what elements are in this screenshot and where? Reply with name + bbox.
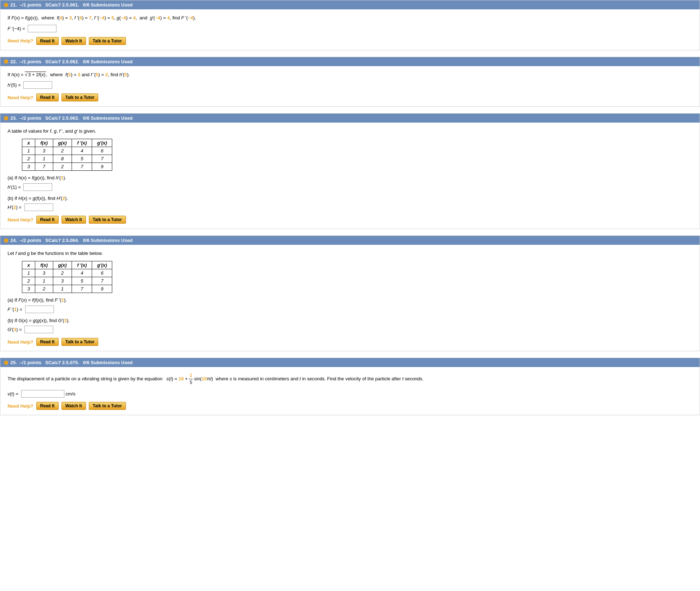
watch-it-button-21[interactable]: Watch It [62,37,86,45]
question-25-text: The displacement of a particle on a vibr… [8,372,692,386]
need-help-label-25: Need Help? [8,403,33,409]
question-21-need-help: Need Help? Read It Watch It Talk to a Tu… [8,37,692,45]
question-25-header: 25. –/1 points SCalc7 2.5.075. 0/6 Submi… [0,358,700,367]
bullet-icon-23 [4,116,8,120]
col-fpx: f ′(x) [72,139,92,147]
read-it-button-22[interactable]: Read It [36,93,59,101]
table-row: 32179 [22,285,112,293]
question-22-body: If h(x) = √3 + 2f(x), where f(5) = 3 and… [0,66,700,107]
need-help-label-23: Need Help? [8,217,33,223]
question-22-header: 22. –/1 points SCalc7 2.5.062. 0/6 Submi… [0,57,700,66]
talk-to-tutor-button-24[interactable]: Talk to a Tutor [62,338,99,346]
question-23-header-text: 23. –/2 points SCalc7 2.5.063. 0/6 Submi… [10,115,133,121]
talk-to-tutor-button-22[interactable]: Talk to a Tutor [62,93,99,101]
question-25-answer-line: v(t) = cm/s [8,390,692,398]
watch-it-button-25[interactable]: Watch It [62,402,86,410]
col-fx: f(x) [35,139,53,147]
question-25-body: The displacement of a particle on a vibr… [0,367,700,415]
table-row: 37279 [22,162,112,170]
col-fpx24: f ′(x) [72,261,92,269]
question-22: 22. –/1 points SCalc7 2.5.062. 0/6 Submi… [0,57,700,107]
question-23-header: 23. –/2 points SCalc7 2.5.063. 0/6 Submi… [0,114,700,123]
need-help-label-22: Need Help? [8,95,33,100]
question-21-header-text: 21. –/1 points SCalc7 2.5.061. 0/6 Submi… [10,2,133,8]
read-it-button-24[interactable]: Read It [36,338,59,346]
bullet-icon-25 [4,361,8,365]
need-help-label-21: Need Help? [8,38,33,43]
question-21-answer-line: F ′(−4) = [8,25,692,33]
q21-answer-input[interactable] [28,25,56,32]
q22-answer-input[interactable] [23,81,52,89]
question-22-answer-line: h′(5) = [8,81,692,89]
question-24-table: x f(x) g(x) f ′(x) g′(x) 13246 21357 321… [22,261,112,293]
talk-to-tutor-button-25[interactable]: Talk to a Tutor [89,402,126,410]
q24b-answer-input[interactable] [24,326,53,333]
question-22-need-help: Need Help? Read It Talk to a Tutor [8,93,692,101]
talk-to-tutor-button-21[interactable]: Talk to a Tutor [89,37,126,45]
read-it-button-23[interactable]: Read It [36,216,59,224]
col-gpx24: g′(x) [92,261,112,269]
question-21-text: If F(x) = f(g(x)), where f(4) = 3, f ′(4… [8,14,692,22]
q23b-answer-input[interactable] [24,203,53,211]
table-row: 13246 [22,147,112,155]
col-x: x [22,139,35,147]
question-21: 21. –/1 points SCalc7 2.5.061. 0/6 Submi… [0,0,700,50]
question-23-body: A table of values for f, g, f ′, and g′ … [0,123,700,229]
question-25: 25. –/1 points SCalc7 2.5.075. 0/6 Submi… [0,358,700,415]
bullet-icon-24 [4,238,8,243]
question-21-header: 21. –/1 points SCalc7 2.5.061. 0/6 Submi… [0,0,700,9]
read-it-button-25[interactable]: Read It [36,402,59,410]
col-x24: x [22,261,35,269]
question-24-body: Let f and g be the functions in the tabl… [0,245,700,351]
table-row: 13246 [22,269,112,277]
question-24-header-text: 24. –/2 points SCalc7 2.5.064. 0/6 Submi… [10,238,133,243]
col-gx: g(x) [53,139,72,147]
need-help-label-24: Need Help? [8,339,33,345]
question-24-intro: Let f and g be the functions in the tabl… [8,250,692,257]
question-23: 23. –/2 points SCalc7 2.5.063. 0/6 Submi… [0,113,700,229]
question-22-text: If h(x) = √3 + 2f(x), where f(5) = 3 and… [8,71,692,79]
question-23-intro: A table of values for f, g, f ′, and g′ … [8,128,692,135]
question-22-header-text: 22. –/1 points SCalc7 2.5.062. 0/6 Submi… [10,59,133,64]
question-23-part-b: (b) If H(x) = g(f(x)), find H′(2). H′(2)… [8,195,692,212]
bullet-icon-22 [4,59,8,64]
question-23-table: x f(x) g(x) f ′(x) g′(x) 13246 21857 372… [22,139,112,171]
q25-answer-input[interactable] [21,390,64,398]
question-24-need-help: Need Help? Read It Talk to a Tutor [8,338,692,346]
table-row: 21857 [22,155,112,162]
bullet-icon [4,3,8,7]
question-24-part-b: (b) If G(x) = g(g(x)), find G′(3). G′(3)… [8,317,692,334]
table-row: 21357 [22,277,112,285]
question-25-need-help: Need Help? Read It Watch It Talk to a Tu… [8,402,692,410]
col-fx24: f(x) [35,261,53,269]
question-24-header: 24. –/2 points SCalc7 2.5.064. 0/6 Submi… [0,236,700,245]
col-gx24: g(x) [53,261,72,269]
question-24-part-a: (a) If F(x) = f(f(x)), find F ′(1). F ′(… [8,297,692,313]
question-24: 24. –/2 points SCalc7 2.5.064. 0/6 Submi… [0,235,700,351]
talk-to-tutor-button-23[interactable]: Talk to a Tutor [89,216,126,224]
question-23-part-a: (a) If h(x) = f(g(x)), find h′(1). h′(1)… [8,174,692,191]
question-23-need-help: Need Help? Read It Watch It Talk to a Tu… [8,216,692,224]
question-21-body: If F(x) = f(g(x)), where f(4) = 3, f ′(4… [0,9,700,50]
q24a-answer-input[interactable] [25,306,54,313]
q23a-answer-input[interactable] [23,183,52,191]
read-it-button-21[interactable]: Read It [36,37,59,45]
col-gpx: g′(x) [92,139,112,147]
watch-it-button-23[interactable]: Watch It [62,216,86,224]
question-25-header-text: 25. –/1 points SCalc7 2.5.075. 0/6 Submi… [10,360,133,365]
